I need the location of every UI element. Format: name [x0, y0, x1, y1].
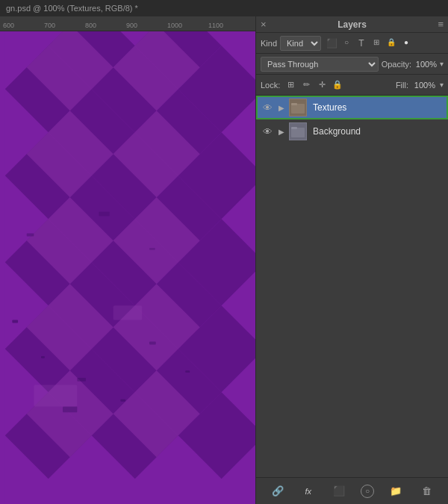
opacity-label: Opacity:: [382, 60, 411, 69]
ruler-mark: 600: [3, 22, 44, 29]
layer-name-background: Background: [310, 126, 444, 137]
texture-pattern: [0, 31, 255, 504]
svg-rect-47: [113, 305, 143, 320]
svg-rect-43: [99, 212, 109, 217]
kind-select[interactable]: Kind: [280, 36, 321, 51]
canvas-area: 600 700 800 900 1000 1100: [0, 16, 255, 504]
layer-list: 👁 ▶ Textures 👁 ▶: [256, 96, 448, 477]
thumbnail-textures: [289, 99, 307, 116]
thumbnail-background: [289, 122, 307, 140]
delete-layer-icon[interactable]: 🗑: [417, 485, 435, 497]
ruler-mark: 700: [44, 22, 85, 29]
add-mask-icon[interactable]: ⬛: [330, 485, 348, 497]
smart-object-filter-icon[interactable]: 🔒: [385, 38, 397, 49]
folder-icon-textures: [291, 102, 305, 113]
add-fx-icon[interactable]: fx: [299, 487, 317, 496]
kind-row: Kind Kind ⬛ ○ T ⊞ 🔒 ●: [256, 33, 448, 54]
lock-image-icon[interactable]: ✏: [300, 80, 312, 90]
fill-label: Fill:: [396, 81, 408, 90]
visibility-icon-background[interactable]: 👁: [261, 126, 274, 137]
adjustment-filter-icon[interactable]: ○: [340, 38, 352, 49]
kind-label: Kind: [261, 39, 277, 48]
kind-icons: ⬛ ○ T ⊞ 🔒 ●: [326, 38, 412, 49]
fill-arrow-icon[interactable]: ▾: [440, 81, 444, 89]
svg-rect-46: [34, 385, 77, 407]
ruler-mark: 1000: [167, 22, 208, 29]
ruler-mark: 800: [85, 22, 126, 29]
expand-icon-textures[interactable]: ▶: [277, 104, 286, 112]
canvas-content: [0, 31, 255, 504]
folder-icon-background: [291, 125, 305, 137]
lock-position-icon[interactable]: ✛: [316, 80, 328, 90]
pixel-filter-icon[interactable]: ⬛: [326, 38, 337, 49]
type-filter-icon[interactable]: T: [355, 38, 367, 49]
svg-rect-36: [12, 320, 18, 323]
layers-panel: × Layers ≡ Kind Kind ⬛ ○ T ⊞ 🔒 ● Pass Th…: [255, 16, 448, 504]
lock-icons: ⊞ ✏ ✛ 🔒: [284, 80, 343, 90]
lock-pixels-icon[interactable]: ⊞: [284, 80, 296, 90]
shape-filter-icon[interactable]: ⊞: [370, 38, 382, 49]
blend-opacity-row: Pass Through Normal Multiply Screen Over…: [256, 54, 448, 75]
svg-rect-42: [63, 407, 77, 413]
layers-close-icon[interactable]: ×: [261, 19, 267, 30]
svg-rect-38: [77, 378, 86, 382]
svg-rect-45: [149, 248, 155, 250]
new-group-icon[interactable]: 📁: [387, 485, 405, 497]
ruler-mark: 1100: [208, 22, 249, 29]
svg-rect-51: [291, 127, 297, 129]
document-title: gn.psd @ 100% (Textures, RGB/8) *: [6, 4, 138, 13]
ruler-top: 600 700 800 900 1000 1100: [0, 16, 255, 31]
lock-row: Lock: ⊞ ✏ ✛ 🔒 Fill: 100% ▾: [256, 75, 448, 96]
main-area: 600 700 800 900 1000 1100: [0, 16, 448, 504]
svg-rect-40: [149, 342, 156, 345]
layer-item-background[interactable]: 👁 ▶ Background: [256, 119, 448, 143]
ruler-marks: 600 700 800 900 1000 1100: [0, 22, 249, 29]
opacity-arrow-icon[interactable]: ▾: [440, 60, 444, 68]
expand-icon-background[interactable]: ▶: [277, 128, 286, 136]
layers-panel-header: × Layers ≡: [256, 16, 448, 33]
layers-bottom-toolbar: 🔗 fx ⬛ ○ 📁 🗑: [256, 477, 448, 504]
ruler-mark: 900: [126, 22, 167, 29]
blend-mode-select[interactable]: Pass Through Normal Multiply Screen Over…: [261, 57, 379, 72]
link-layers-icon[interactable]: 🔗: [269, 485, 287, 497]
lock-all-icon[interactable]: 🔒: [332, 80, 343, 90]
purple-canvas: [0, 31, 255, 504]
lock-label: Lock:: [261, 81, 280, 90]
svg-rect-49: [291, 103, 297, 105]
svg-rect-41: [185, 370, 190, 373]
layers-menu-icon[interactable]: ≡: [438, 19, 444, 30]
layer-name-textures: Textures: [310, 102, 444, 113]
visibility-icon-textures[interactable]: 👁: [261, 102, 274, 113]
layer-item-textures[interactable]: 👁 ▶ Textures: [256, 96, 448, 119]
artboard-filter-icon[interactable]: ●: [400, 38, 412, 49]
svg-rect-39: [120, 399, 125, 402]
add-adjustment-icon[interactable]: ○: [361, 485, 374, 498]
fill-value: 100%: [413, 81, 435, 90]
svg-rect-37: [41, 356, 45, 358]
layers-panel-title: Layers: [337, 19, 367, 30]
svg-rect-44: [27, 234, 34, 237]
title-bar: gn.psd @ 100% (Textures, RGB/8) *: [0, 0, 448, 16]
opacity-value: 100%: [414, 60, 437, 69]
